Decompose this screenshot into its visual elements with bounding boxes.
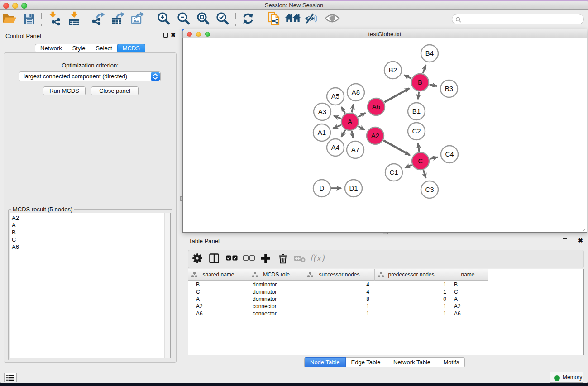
open-folder-icon[interactable] xyxy=(3,13,17,26)
column-header-shared-name[interactable]: shared name xyxy=(188,269,249,281)
graph-node-A5[interactable]: A5 xyxy=(327,88,344,105)
graph-node-A8[interactable]: A8 xyxy=(347,84,364,101)
graph-edge-A-A7[interactable] xyxy=(352,131,353,138)
tab-motifs[interactable]: Motifs xyxy=(438,357,465,367)
graph-edge-B-B2[interactable] xyxy=(404,75,411,78)
mcds-result-item[interactable]: A6 xyxy=(10,243,170,251)
select-all-icon[interactable] xyxy=(226,255,238,263)
result-list-scrollbar[interactable] xyxy=(164,213,170,358)
graph-node-C4[interactable]: C4 xyxy=(441,146,458,163)
graph-node-A1[interactable]: A1 xyxy=(313,124,330,141)
window-resize-grip[interactable] xyxy=(580,226,586,231)
add-icon[interactable] xyxy=(261,253,271,265)
column-header-MCDS-role[interactable]: MCDS role xyxy=(249,269,304,281)
table-row[interactable]: Cdominator41C xyxy=(188,288,583,295)
table-row[interactable]: A6connector11A6 xyxy=(188,310,583,317)
graph-node-A[interactable]: A xyxy=(341,113,359,130)
export-network-icon[interactable] xyxy=(92,12,106,27)
run-mcds-button[interactable]: Run MCDS xyxy=(43,86,86,95)
graph-edge-A6-B[interactable] xyxy=(384,88,409,102)
graph-edge-A-A5[interactable] xyxy=(341,107,345,113)
table-row[interactable]: Bdominator41B xyxy=(188,281,583,288)
graph-node-C[interactable]: C xyxy=(412,152,429,170)
graph-node-A4[interactable]: A4 xyxy=(327,139,344,156)
svg-text:C2: C2 xyxy=(412,127,421,135)
table-panel-close-button[interactable]: ✖ xyxy=(578,238,583,243)
graph-node-A7[interactable]: A7 xyxy=(347,141,364,158)
memory-button[interactable]: Memory xyxy=(550,372,583,383)
zoom-in-icon[interactable] xyxy=(157,12,170,27)
graph-node-D[interactable]: D xyxy=(313,180,330,197)
network-overview-icon[interactable] xyxy=(285,13,301,26)
clone-network-icon[interactable] xyxy=(268,11,280,27)
graph-node-A3[interactable]: A3 xyxy=(314,103,331,120)
show-eye-icon[interactable] xyxy=(325,13,340,26)
graph-node-C2[interactable]: C2 xyxy=(408,123,425,140)
split-view-icon[interactable] xyxy=(209,253,219,265)
mcds-result-list[interactable]: A2ABCA6 xyxy=(10,213,171,358)
zoom-fit-icon[interactable] xyxy=(196,12,210,27)
mcds-result-item[interactable]: B xyxy=(10,229,170,236)
network-canvas[interactable]: B4 B2 B B3 B1 A5 A8 A6 A3 A A1 A2 C2 xyxy=(182,38,587,233)
graph-node-C1[interactable]: C1 xyxy=(385,164,402,181)
graph-node-D1[interactable]: D1 xyxy=(345,180,362,197)
graph-edge-C-C1[interactable] xyxy=(405,165,412,167)
tab-mcds[interactable]: MCDS xyxy=(117,44,145,53)
graph-edge-C-C2[interactable] xyxy=(418,143,420,152)
control-panel-float-button[interactable] xyxy=(163,33,168,38)
tab-select[interactable]: Select xyxy=(91,44,118,53)
graph-node-B1[interactable]: B1 xyxy=(408,103,425,120)
show-panels-button[interactable] xyxy=(4,373,17,382)
import-table-icon[interactable] xyxy=(68,11,81,27)
graph-node-B3[interactable]: B3 xyxy=(440,80,458,97)
export-table-icon[interactable] xyxy=(111,12,125,27)
column-header-successor-nodes[interactable]: successor nodes xyxy=(304,269,375,281)
mcds-result-item[interactable]: A xyxy=(10,222,170,229)
mcds-result-item[interactable]: A2 xyxy=(10,214,170,222)
tab-node-table[interactable]: Node Table xyxy=(304,357,346,367)
tab-network-table[interactable]: Network Table xyxy=(386,357,438,367)
graph-edge-A-A4[interactable] xyxy=(341,130,345,137)
graph-edge-B-B1[interactable] xyxy=(418,92,419,99)
tab-network[interactable]: Network xyxy=(35,44,67,53)
table-panel-float-button[interactable] xyxy=(563,238,567,243)
zoom-selected-icon[interactable] xyxy=(216,12,229,27)
graph-node-A6[interactable]: A6 xyxy=(368,98,385,115)
tab-edge-table[interactable]: Edge Table xyxy=(346,357,387,367)
graph-edge-A-A8[interactable] xyxy=(352,105,354,113)
graph-edge-A-A1[interactable] xyxy=(333,125,341,129)
column-header-name[interactable]: name xyxy=(448,269,488,281)
delete-icon[interactable] xyxy=(278,253,287,265)
graph-edge-A-A6[interactable] xyxy=(358,113,365,117)
deselect-all-icon[interactable] xyxy=(243,255,255,263)
search-input[interactable] xyxy=(452,14,584,24)
zoom-out-icon[interactable] xyxy=(177,12,190,27)
graph-edge-A-A3[interactable] xyxy=(334,116,341,119)
gear-icon[interactable] xyxy=(192,253,202,265)
import-network-icon[interactable] xyxy=(48,11,61,27)
save-icon[interactable] xyxy=(24,13,35,26)
graph-node-B2[interactable]: B2 xyxy=(384,62,402,79)
table-row[interactable]: Adominator80A xyxy=(188,295,583,303)
graph-node-A2[interactable]: A2 xyxy=(367,127,384,144)
table-row[interactable]: A2connector11A2 xyxy=(188,303,583,310)
refresh-icon[interactable] xyxy=(242,12,254,27)
hide-eye-icon[interactable] xyxy=(305,12,320,26)
graph-node-B[interactable]: B xyxy=(411,74,429,91)
export-image-icon[interactable] xyxy=(131,12,145,27)
column-header-predecessor-nodes[interactable]: predecessor nodes xyxy=(375,269,448,281)
close-panel-button[interactable]: Close panel xyxy=(91,86,139,95)
control-panel-close-button[interactable]: ✖ xyxy=(171,33,176,38)
main-toolbar xyxy=(0,10,588,29)
graph-edge-C-C4[interactable] xyxy=(430,157,437,159)
graph-edge-C-C3[interactable] xyxy=(423,170,425,178)
graph-node-C3[interactable]: C3 xyxy=(421,181,438,198)
criterion-dropdown[interactable]: largest connected component (directed) xyxy=(19,71,161,81)
mcds-result-item[interactable]: C xyxy=(10,236,170,243)
graph-edge-B-B4[interactable] xyxy=(423,65,426,73)
graph-node-B4[interactable]: B4 xyxy=(421,45,438,62)
graph-edge-B-B3[interactable] xyxy=(430,85,437,86)
graph-edge-A-A2[interactable] xyxy=(358,126,364,130)
tab-style[interactable]: Style xyxy=(67,44,91,53)
graph-edge-A2-C[interactable] xyxy=(383,140,410,155)
